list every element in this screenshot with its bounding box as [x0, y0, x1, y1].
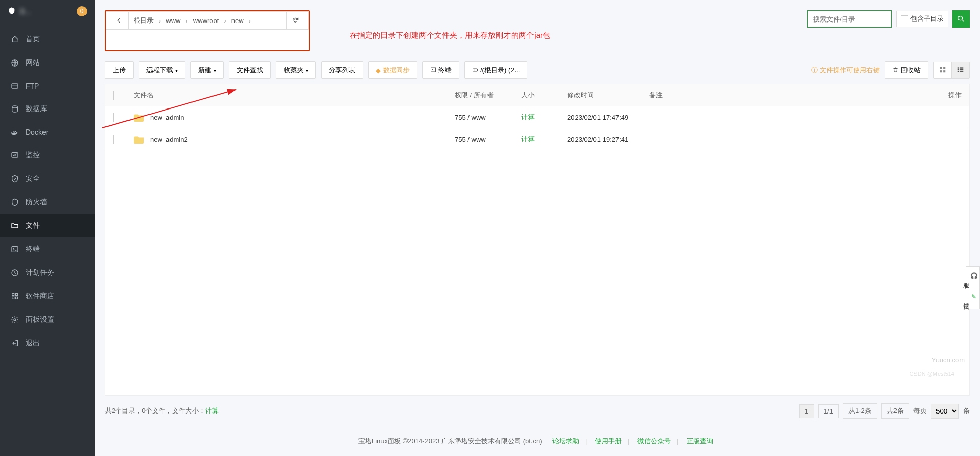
new-button[interactable]: 新建▾: [190, 61, 224, 79]
pagination: 1 1/1 从1-2条 共2条 每页 500 条: [799, 403, 970, 419]
breadcrumb-item[interactable]: wwwroot: [188, 17, 224, 25]
sidebar-label: 数据库: [26, 104, 47, 114]
recycle-bin-button[interactable]: 回收站: [885, 61, 928, 79]
svg-rect-17: [940, 70, 942, 72]
sidebar-label: 退出: [26, 339, 40, 348]
table-row[interactable]: new_admin2 755 / www 计算 2023/02/01 19:27…: [105, 128, 969, 150]
svg-rect-15: [940, 67, 942, 69]
sidebar-item-settings[interactable]: 面板设置: [0, 308, 95, 332]
sidebar-label: 安全: [26, 174, 40, 183]
sidebar-label: 计划任务: [26, 268, 54, 277]
per-page-suffix: 条: [963, 406, 970, 416]
sidebar-item-store[interactable]: 软件商店: [0, 285, 95, 308]
sidebar-item-exit[interactable]: 退出: [0, 332, 95, 355]
annotation-text: 在指定的目录下创建两个文件夹，用来存放刚才的两个jar包: [350, 31, 550, 40]
file-perm[interactable]: 755 / www: [455, 136, 521, 143]
folder-icon: [134, 113, 145, 122]
file-name[interactable]: new_admin2: [150, 136, 188, 143]
sidebar-item-database[interactable]: 数据库: [0, 97, 95, 121]
row-checkbox[interactable]: [113, 135, 114, 144]
float-tabs: 🎧 客服 ✎ 反馈: [966, 266, 980, 309]
grid-icon: [10, 292, 19, 300]
sidebar-item-firewall[interactable]: 防火墙: [0, 190, 95, 214]
monitor-icon: [10, 151, 19, 159]
svg-rect-4: [12, 247, 18, 252]
shield-check-icon: [10, 175, 19, 183]
row-checkbox[interactable]: [113, 113, 114, 122]
sidebar-item-files[interactable]: 文件: [0, 214, 95, 237]
toolbar: 上传 远程下载▾ 新建▾ 文件查找 收藏夹▾ 分享列表 ◆数据同步 终端 /(根…: [95, 56, 980, 84]
calc-total-link[interactable]: 计算: [205, 407, 219, 415]
include-subdir-checkbox[interactable]: 包含子目录: [896, 11, 948, 27]
search-input[interactable]: [807, 10, 892, 28]
breadcrumb-root[interactable]: 根目录: [129, 16, 159, 25]
select-all-checkbox[interactable]: [113, 91, 114, 100]
notification-badge[interactable]: 0: [77, 6, 87, 16]
share-list-button[interactable]: 分享列表: [321, 61, 363, 79]
svg-rect-16: [943, 67, 945, 69]
remote-download-button[interactable]: 远程下载▾: [139, 61, 185, 79]
svg-rect-1: [12, 84, 18, 88]
home-icon: [10, 35, 19, 44]
calc-size-link[interactable]: 计算: [521, 135, 535, 143]
sidebar-label: 防火墙: [26, 198, 47, 207]
forum-link[interactable]: 论坛求助: [552, 437, 579, 445]
customer-service-tab[interactable]: 🎧 客服: [966, 266, 980, 288]
sidebar-item-website[interactable]: 网站: [0, 51, 95, 75]
svg-point-14: [474, 70, 475, 70]
file-perm[interactable]: 755 / www: [455, 114, 521, 121]
col-header-name[interactable]: 文件名: [134, 91, 455, 100]
shield-icon: [8, 7, 16, 16]
terminal-button[interactable]: 终端: [422, 61, 459, 79]
per-page-select[interactable]: 500: [931, 404, 959, 419]
breadcrumb-item[interactable]: www: [161, 17, 185, 25]
calc-size-link[interactable]: 计算: [521, 113, 535, 121]
file-mtime: 2023/02/01 17:47:49: [567, 114, 649, 121]
manual-link[interactable]: 使用手册: [595, 437, 622, 445]
view-toggle: [933, 62, 970, 79]
chevron-down-icon: ▾: [214, 68, 216, 73]
license-link[interactable]: 正版查询: [687, 437, 713, 445]
breadcrumb-item[interactable]: new: [226, 17, 249, 25]
grid-view-button[interactable]: [934, 62, 951, 78]
back-button[interactable]: [111, 12, 129, 29]
database-icon: [10, 105, 19, 113]
svg-point-11: [958, 16, 963, 20]
refresh-button[interactable]: [286, 12, 304, 29]
wechat-link[interactable]: 微信公众号: [637, 437, 671, 445]
search-button[interactable]: [952, 10, 970, 28]
sidebar-item-monitor[interactable]: 监控: [0, 143, 95, 167]
svg-rect-12: [431, 68, 436, 72]
sidebar-item-home[interactable]: 首页: [0, 28, 95, 51]
clock-icon: [10, 269, 19, 277]
list-view-button[interactable]: [951, 62, 969, 78]
watermark: CSDN @Mest514: [909, 371, 954, 377]
exit-icon: [10, 339, 19, 348]
sidebar-item-ftp[interactable]: FTP: [0, 75, 95, 97]
page-total: 1/1: [818, 404, 839, 418]
ftp-icon: [10, 82, 19, 90]
file-search-button[interactable]: 文件查找: [229, 61, 271, 79]
search-group: 包含子目录: [807, 10, 970, 28]
favorites-button[interactable]: 收藏夹▾: [276, 61, 316, 79]
feedback-tab[interactable]: ✎ 反馈: [966, 288, 980, 309]
breadcrumb-wrapper: 根目录 › www › wwwroot › new › 在指定的目录下创建两个文…: [105, 10, 310, 51]
sidebar-item-cron[interactable]: 计划任务: [0, 261, 95, 285]
col-header-op: 操作: [931, 91, 962, 100]
sidebar-item-terminal[interactable]: 终端: [0, 237, 95, 261]
checkbox-icon[interactable]: [901, 15, 908, 23]
col-header-mtime: 修改时间: [567, 91, 649, 100]
upload-button[interactable]: 上传: [105, 61, 134, 79]
folder-icon: [10, 222, 19, 230]
trash-icon: [892, 67, 899, 74]
data-sync-button[interactable]: ◆数据同步: [368, 61, 417, 79]
svg-rect-21: [958, 69, 959, 70]
svg-rect-19: [958, 67, 959, 68]
current-page[interactable]: 1: [799, 404, 814, 418]
file-name[interactable]: new_admin: [150, 114, 184, 121]
watermark: Yuucn.com: [932, 356, 965, 364]
sidebar-item-docker[interactable]: Docker: [0, 121, 95, 143]
sidebar-item-security[interactable]: 安全: [0, 167, 95, 190]
disk-path-button[interactable]: /(根目录) (2...: [464, 61, 527, 79]
table-row[interactable]: new_admin 755 / www 计算 2023/02/01 17:47:…: [105, 106, 969, 128]
